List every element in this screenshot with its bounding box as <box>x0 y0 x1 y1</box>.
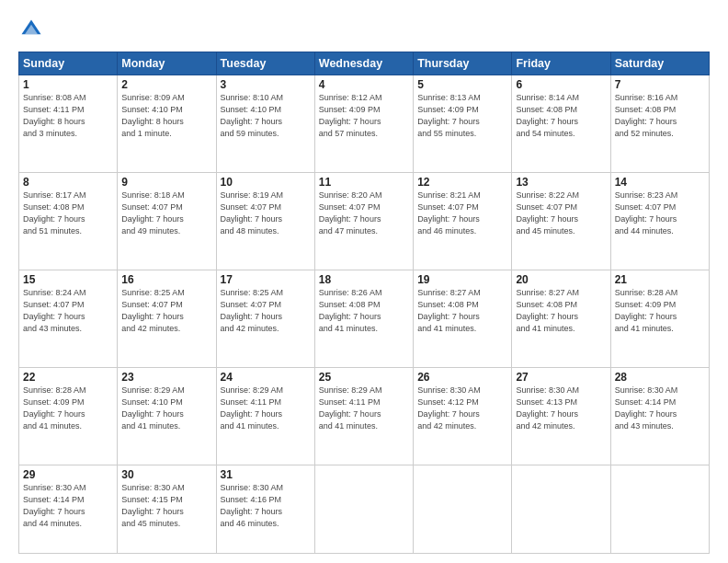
day-info: Sunrise: 8:21 AM Sunset: 4:07 PM Dayligh… <box>417 190 507 237</box>
day-cell: 14Sunrise: 8:23 AM Sunset: 4:07 PM Dayli… <box>610 173 709 270</box>
day-info: Sunrise: 8:16 AM Sunset: 4:08 PM Dayligh… <box>615 92 705 140</box>
day-cell: 15Sunrise: 8:24 AM Sunset: 4:07 PM Dayli… <box>19 270 118 368</box>
day-cell: 22Sunrise: 8:28 AM Sunset: 4:09 PM Dayli… <box>19 368 118 465</box>
day-cell: 7Sunrise: 8:16 AM Sunset: 4:08 PM Daylig… <box>610 75 709 173</box>
day-cell <box>610 465 709 554</box>
day-cell: 3Sunrise: 8:10 AM Sunset: 4:10 PM Daylig… <box>216 75 314 173</box>
day-info: Sunrise: 8:30 AM Sunset: 4:12 PM Dayligh… <box>417 385 507 432</box>
day-number: 30 <box>121 468 211 481</box>
day-info: Sunrise: 8:30 AM Sunset: 4:13 PM Dayligh… <box>516 385 606 432</box>
day-info: Sunrise: 8:30 AM Sunset: 4:16 PM Dayligh… <box>221 482 311 530</box>
col-header-friday: Friday <box>512 52 610 75</box>
day-info: Sunrise: 8:19 AM Sunset: 4:07 PM Dayligh… <box>221 190 311 237</box>
day-info: Sunrise: 8:20 AM Sunset: 4:07 PM Dayligh… <box>319 190 409 237</box>
day-info: Sunrise: 8:27 AM Sunset: 4:08 PM Dayligh… <box>417 287 507 335</box>
day-number: 13 <box>516 176 606 189</box>
day-cell: 26Sunrise: 8:30 AM Sunset: 4:12 PM Dayli… <box>414 368 512 465</box>
week-row-3: 15Sunrise: 8:24 AM Sunset: 4:07 PM Dayli… <box>19 270 710 368</box>
day-number: 1 <box>23 78 113 91</box>
day-cell: 5Sunrise: 8:13 AM Sunset: 4:09 PM Daylig… <box>414 75 512 173</box>
day-info: Sunrise: 8:30 AM Sunset: 4:15 PM Dayligh… <box>121 482 211 530</box>
header <box>18 17 710 42</box>
day-cell: 13Sunrise: 8:22 AM Sunset: 4:07 PM Dayli… <box>512 173 610 270</box>
day-number: 10 <box>221 176 311 189</box>
day-info: Sunrise: 8:08 AM Sunset: 4:11 PM Dayligh… <box>23 92 113 140</box>
day-number: 31 <box>221 468 311 481</box>
logo <box>18 17 48 42</box>
day-info: Sunrise: 8:29 AM Sunset: 4:11 PM Dayligh… <box>319 385 409 432</box>
week-row-5: 29Sunrise: 8:30 AM Sunset: 4:14 PM Dayli… <box>19 465 710 554</box>
day-cell: 4Sunrise: 8:12 AM Sunset: 4:09 PM Daylig… <box>314 75 413 173</box>
col-header-sunday: Sunday <box>19 52 118 75</box>
day-info: Sunrise: 8:26 AM Sunset: 4:08 PM Dayligh… <box>319 287 409 335</box>
day-number: 21 <box>615 273 705 286</box>
day-info: Sunrise: 8:09 AM Sunset: 4:10 PM Dayligh… <box>121 92 211 140</box>
day-cell: 25Sunrise: 8:29 AM Sunset: 4:11 PM Dayli… <box>314 368 413 465</box>
day-cell: 6Sunrise: 8:14 AM Sunset: 4:08 PM Daylig… <box>512 75 610 173</box>
day-cell: 12Sunrise: 8:21 AM Sunset: 4:07 PM Dayli… <box>414 173 512 270</box>
day-cell: 17Sunrise: 8:25 AM Sunset: 4:07 PM Dayli… <box>216 270 314 368</box>
day-info: Sunrise: 8:24 AM Sunset: 4:07 PM Dayligh… <box>23 287 113 335</box>
day-cell: 1Sunrise: 8:08 AM Sunset: 4:11 PM Daylig… <box>19 75 118 173</box>
day-cell: 30Sunrise: 8:30 AM Sunset: 4:15 PM Dayli… <box>118 465 216 554</box>
day-info: Sunrise: 8:10 AM Sunset: 4:10 PM Dayligh… <box>221 92 311 140</box>
col-header-monday: Monday <box>118 52 216 75</box>
week-row-2: 8Sunrise: 8:17 AM Sunset: 4:08 PM Daylig… <box>19 173 710 270</box>
day-cell: 31Sunrise: 8:30 AM Sunset: 4:16 PM Dayli… <box>216 465 314 554</box>
col-header-thursday: Thursday <box>414 52 512 75</box>
day-number: 16 <box>121 273 211 286</box>
day-info: Sunrise: 8:23 AM Sunset: 4:07 PM Dayligh… <box>615 190 705 237</box>
day-cell: 16Sunrise: 8:25 AM Sunset: 4:07 PM Dayli… <box>118 270 216 368</box>
day-info: Sunrise: 8:13 AM Sunset: 4:09 PM Dayligh… <box>417 92 507 140</box>
day-info: Sunrise: 8:25 AM Sunset: 4:07 PM Dayligh… <box>221 287 311 335</box>
day-cell <box>314 465 413 554</box>
day-number: 19 <box>417 273 507 286</box>
logo-icon <box>18 17 44 42</box>
day-info: Sunrise: 8:12 AM Sunset: 4:09 PM Dayligh… <box>319 92 409 140</box>
day-number: 9 <box>121 176 211 189</box>
day-cell <box>512 465 610 554</box>
day-number: 27 <box>516 371 606 384</box>
col-header-saturday: Saturday <box>610 52 709 75</box>
day-number: 6 <box>516 78 606 91</box>
day-number: 20 <box>516 273 606 286</box>
column-header-row: SundayMondayTuesdayWednesdayThursdayFrid… <box>19 52 710 75</box>
day-number: 25 <box>319 371 409 384</box>
day-cell: 2Sunrise: 8:09 AM Sunset: 4:10 PM Daylig… <box>118 75 216 173</box>
day-cell: 27Sunrise: 8:30 AM Sunset: 4:13 PM Dayli… <box>512 368 610 465</box>
day-number: 5 <box>417 78 507 91</box>
day-info: Sunrise: 8:29 AM Sunset: 4:10 PM Dayligh… <box>121 385 211 432</box>
col-header-tuesday: Tuesday <box>216 52 314 75</box>
day-cell <box>414 465 512 554</box>
day-info: Sunrise: 8:27 AM Sunset: 4:08 PM Dayligh… <box>516 287 606 335</box>
day-info: Sunrise: 8:28 AM Sunset: 4:09 PM Dayligh… <box>615 287 705 335</box>
day-cell: 11Sunrise: 8:20 AM Sunset: 4:07 PM Dayli… <box>314 173 413 270</box>
day-info: Sunrise: 8:29 AM Sunset: 4:11 PM Dayligh… <box>221 385 311 432</box>
day-number: 23 <box>121 371 211 384</box>
page: SundayMondayTuesdayWednesdayThursdayFrid… <box>0 0 728 563</box>
day-cell: 28Sunrise: 8:30 AM Sunset: 4:14 PM Dayli… <box>610 368 709 465</box>
day-cell: 21Sunrise: 8:28 AM Sunset: 4:09 PM Dayli… <box>610 270 709 368</box>
day-info: Sunrise: 8:30 AM Sunset: 4:14 PM Dayligh… <box>23 482 113 530</box>
day-info: Sunrise: 8:28 AM Sunset: 4:09 PM Dayligh… <box>23 385 113 432</box>
day-number: 7 <box>615 78 705 91</box>
day-number: 18 <box>319 273 409 286</box>
col-header-wednesday: Wednesday <box>314 52 413 75</box>
day-cell: 29Sunrise: 8:30 AM Sunset: 4:14 PM Dayli… <box>19 465 118 554</box>
day-cell: 10Sunrise: 8:19 AM Sunset: 4:07 PM Dayli… <box>216 173 314 270</box>
day-number: 15 <box>23 273 113 286</box>
day-info: Sunrise: 8:17 AM Sunset: 4:08 PM Dayligh… <box>23 190 113 237</box>
day-number: 4 <box>319 78 409 91</box>
day-cell: 18Sunrise: 8:26 AM Sunset: 4:08 PM Dayli… <box>314 270 413 368</box>
day-number: 22 <box>23 371 113 384</box>
day-number: 8 <box>23 176 113 189</box>
day-number: 29 <box>23 468 113 481</box>
day-cell: 8Sunrise: 8:17 AM Sunset: 4:08 PM Daylig… <box>19 173 118 270</box>
day-info: Sunrise: 8:18 AM Sunset: 4:07 PM Dayligh… <box>121 190 211 237</box>
day-number: 28 <box>615 371 705 384</box>
calendar-table: SundayMondayTuesdayWednesdayThursdayFrid… <box>18 52 710 554</box>
day-number: 12 <box>417 176 507 189</box>
day-number: 14 <box>615 176 705 189</box>
week-row-4: 22Sunrise: 8:28 AM Sunset: 4:09 PM Dayli… <box>19 368 710 465</box>
day-number: 3 <box>221 78 311 91</box>
